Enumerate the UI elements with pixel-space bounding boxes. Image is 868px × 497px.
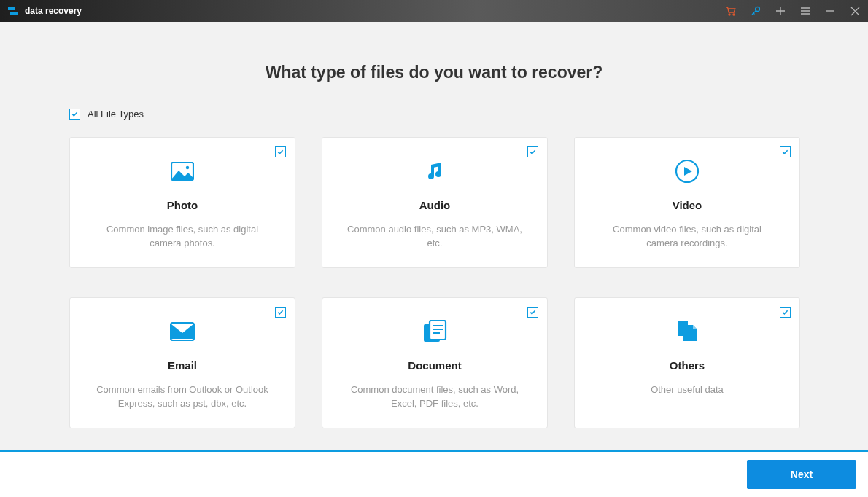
svg-point-6 <box>186 166 189 169</box>
svg-point-4 <box>756 7 760 12</box>
card-title: Audio <box>419 199 451 211</box>
card-title: Email <box>168 359 197 372</box>
card-video-checkbox[interactable] <box>780 146 791 157</box>
cart-icon[interactable] <box>725 5 737 17</box>
card-desc: Common document files, such as Word, Exc… <box>347 383 522 411</box>
key-icon[interactable] <box>750 5 762 17</box>
plus-icon[interactable] <box>775 5 786 17</box>
files-icon <box>675 317 699 346</box>
card-others[interactable]: Others Other useful data <box>574 297 800 428</box>
next-button[interactable]: Next <box>747 460 856 489</box>
card-title: Photo <box>167 199 198 211</box>
card-title: Document <box>408 359 461 372</box>
card-others-checkbox[interactable] <box>780 307 791 318</box>
svg-rect-1 <box>10 12 18 15</box>
card-document-checkbox[interactable] <box>527 307 538 318</box>
all-file-types-row: All File Types <box>69 109 799 120</box>
email-icon <box>170 317 195 346</box>
footer-bar: Next <box>0 450 868 497</box>
svg-point-3 <box>733 14 735 15</box>
card-audio[interactable]: Audio Common audio files, such as MP3, W… <box>322 137 548 268</box>
video-icon <box>675 157 700 186</box>
window-controls <box>725 5 861 17</box>
card-title: Others <box>670 359 705 372</box>
titlebar: data recovery <box>0 0 868 22</box>
card-desc: Common video files, such as digital came… <box>600 223 775 251</box>
file-type-grid: Photo Common image files, such as digita… <box>69 137 799 428</box>
menu-icon[interactable] <box>799 5 811 17</box>
card-audio-checkbox[interactable] <box>527 146 538 157</box>
svg-rect-0 <box>8 7 15 10</box>
card-desc: Common audio files, such as MP3, WMA, et… <box>347 223 522 251</box>
card-desc: Common emails from Outlook or Outlook Ex… <box>95 383 270 411</box>
svg-point-2 <box>729 14 730 15</box>
app-logo-icon <box>7 5 19 17</box>
app-title: data recovery <box>25 6 725 16</box>
minimize-icon[interactable] <box>824 5 836 17</box>
all-file-types-checkbox[interactable] <box>69 109 80 120</box>
card-email-checkbox[interactable] <box>275 307 286 318</box>
card-video[interactable]: Video Common video files, such as digita… <box>574 137 800 268</box>
page-heading: What type of files do you want to recove… <box>266 63 603 82</box>
card-document[interactable]: Document Common document files, such as … <box>322 297 548 428</box>
close-icon[interactable] <box>849 5 861 17</box>
card-photo[interactable]: Photo Common image files, such as digita… <box>69 137 295 268</box>
photo-icon <box>171 157 194 186</box>
main-content: What type of files do you want to recove… <box>0 22 868 450</box>
card-photo-checkbox[interactable] <box>275 146 286 157</box>
document-icon <box>422 317 447 346</box>
all-file-types-label: All File Types <box>88 109 144 120</box>
card-title: Video <box>673 199 702 211</box>
card-desc: Other useful data <box>651 383 724 397</box>
card-email[interactable]: Email Common emails from Outlook or Outl… <box>69 297 295 428</box>
audio-icon <box>424 157 446 186</box>
card-desc: Common image files, such as digital came… <box>95 223 270 251</box>
